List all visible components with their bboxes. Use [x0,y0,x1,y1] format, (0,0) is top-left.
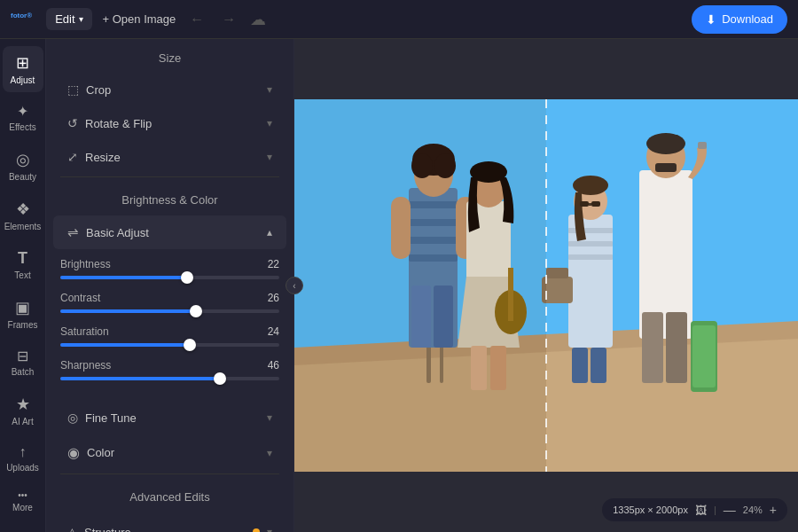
structure-icon: △ [67,525,77,532]
contrast-track[interactable] [60,309,279,313]
sidebar-item-batch[interactable]: ⊟ Batch [3,340,43,384]
sharpness-label: Sharpness [60,359,111,372]
fine-tune-icon: ◎ [67,411,78,425]
adjust-icon: ⊞ [16,53,29,73]
structure-chevron-icon: ▾ [267,526,272,532]
photo-canvas [294,99,798,472]
saturation-slider-row: Saturation 24 [60,325,279,347]
zoom-out-button[interactable]: — [724,503,736,517]
fine-tune-label: Fine Tune [85,411,267,425]
fine-tune-chevron-icon: ▾ [267,411,272,424]
image-icon: 🖼 [695,504,707,517]
sidebar-item-effects[interactable]: ✦ Effects [3,96,43,139]
contrast-fill [60,309,196,313]
main-layout: ⊞ Adjust ✦ Effects ◎ Beauty ❖ Elements T… [0,39,798,532]
divider-1 [60,176,279,177]
saturation-label: Saturation [60,325,109,338]
sidebar-item-ai-art[interactable]: ★ AI Art [3,387,43,434]
contrast-value: 26 [268,292,279,304]
brightness-fill [60,276,187,279]
batch-icon: ⊟ [17,348,28,364]
sharpness-value: 46 [268,359,279,372]
back-arrow-button[interactable]: ← [186,8,207,31]
beauty-icon: ◎ [16,150,30,169]
download-icon: ⬇ [706,12,716,27]
open-image-button[interactable]: + Open Image [103,12,176,26]
rotate-chevron-icon: ▾ [267,117,272,129]
uploads-icon: ↑ [20,444,27,460]
color-item[interactable]: ◉ Color ▾ [53,435,286,470]
fine-tune-item[interactable]: ◎ Fine Tune ▾ [53,402,286,434]
color-chevron-icon: ▾ [267,447,272,459]
sliders-group: Brightness 22 Contrast 26 [46,251,293,400]
structure-dot [253,528,260,532]
brightness-label: Brightness [60,258,111,270]
forward-arrow-button[interactable]: → [218,8,239,31]
advanced-section: △ Structure ▾ ≡ Denoise ▾ [46,511,293,532]
panel-collapse-handle[interactable]: ‹ [286,277,303,294]
basic-adjust-icon: ⇌ [67,224,79,240]
sidebar-item-label-more: More [12,503,33,512]
image-container [294,99,798,472]
sharpness-slider-row: Sharpness 46 [60,359,279,380]
text-icon: T [18,249,27,268]
brightness-thumb[interactable] [181,271,193,284]
resize-icon: ⤢ [67,150,78,164]
sidebar-item-label-text: Text [14,270,30,280]
color-label: Color [87,446,267,459]
size-section-title: Size [46,39,293,72]
more-icon: ••• [18,490,27,500]
contrast-thumb[interactable] [190,305,202,317]
saturation-value: 24 [268,325,279,338]
download-button[interactable]: ⬇ Download [692,5,787,34]
logo-registered: ® [27,12,32,20]
brightness-track[interactable] [60,276,279,279]
divider-2 [60,473,279,474]
crop-icon: ⬚ [67,82,79,97]
elements-icon: ❖ [16,200,30,219]
structure-item[interactable]: △ Structure ▾ [53,516,286,532]
sidebar-item-elements[interactable]: ❖ Elements [3,192,43,239]
color-icon: ◉ [67,444,80,461]
sidebar-item-label-batch: Batch [12,367,35,377]
contrast-slider-row: Contrast 26 [60,292,279,313]
sidebar-item-text[interactable]: T Text [3,242,43,287]
brightness-value: 22 [268,258,279,270]
cloud-icon: ☁ [250,10,266,29]
structure-label: Structure [84,526,253,533]
ai-art-icon: ★ [16,395,30,414]
status-bar: 1335px × 2000px 🖼 | — 24% + [602,498,787,521]
sidebar-item-label-beauty: Beauty [9,172,36,182]
sidebar-item-frames[interactable]: ▣ Frames [3,291,43,337]
advanced-section-title: Advanced Edits [46,478,293,511]
sharpness-thumb[interactable] [214,372,226,385]
resize-item[interactable]: ⤢ Resize ▾ [53,141,286,173]
basic-adjust-label: Basic Adjust [86,226,267,239]
basic-adjust-collapse-icon: ▴ [267,226,272,239]
chevron-down-icon: ▾ [79,14,83,24]
sidebar-item-more[interactable]: ••• More [3,483,43,520]
rotate-flip-item[interactable]: ↺ Rotate & Flip ▾ [53,107,286,139]
crop-item[interactable]: ⬚ Crop ▾ [53,74,286,106]
sidebar-item-uploads[interactable]: ↑ Uploads [3,437,43,480]
sidebar-item-beauty[interactable]: ◎ Beauty [3,143,43,189]
sharpness-track[interactable] [60,377,279,380]
rotate-icon: ↺ [67,116,78,130]
zoom-level: 24% [743,505,763,515]
basic-adjust-header[interactable]: ⇌ Basic Adjust ▴ [53,215,286,249]
sidebar-item-label-frames: Frames [8,320,38,330]
zoom-in-button[interactable]: + [770,503,777,517]
status-separator: | [714,505,716,515]
edit-button[interactable]: Edit ▾ [46,8,91,30]
logo: fotor® [11,10,32,28]
resize-chevron-icon: ▾ [267,151,272,163]
topbar: fotor® Edit ▾ + Open Image ← → ☁ ⬇ Downl… [0,0,798,39]
sidebar-item-label-elements: Elements [4,222,42,231]
saturation-thumb[interactable] [184,339,196,351]
rotate-flip-label: Rotate & Flip [85,117,267,130]
saturation-fill [60,343,190,347]
saturation-track[interactable] [60,343,279,347]
sidebar-item-adjust[interactable]: ⊞ Adjust [3,46,43,92]
brightness-slider-row: Brightness 22 [60,258,279,279]
resize-label: Resize [85,151,267,164]
